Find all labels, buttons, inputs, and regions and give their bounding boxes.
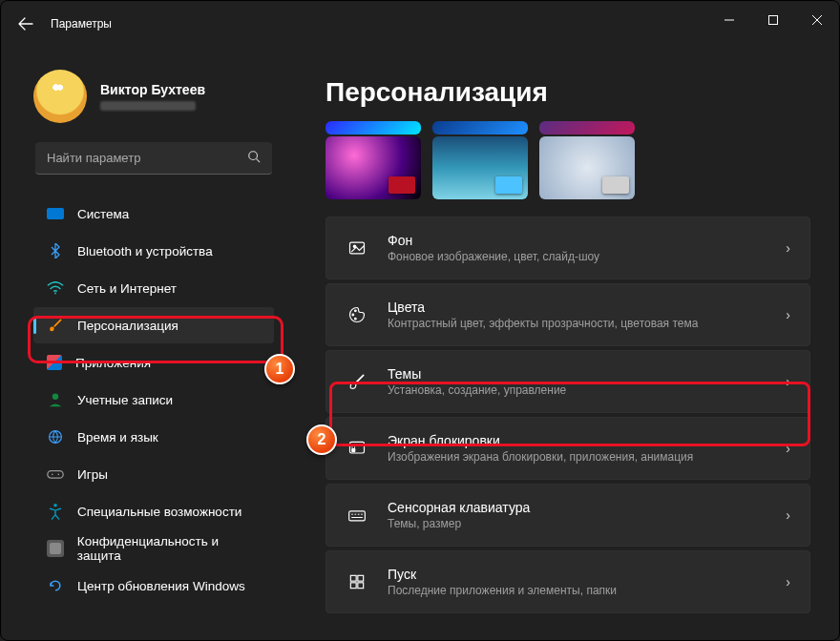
sidebar-item-label: Учетные записи [77, 393, 173, 407]
svg-point-7 [57, 474, 59, 476]
svg-rect-0 [769, 16, 778, 25]
card-sub: Фоновое изображение, цвет, слайд-шоу [388, 250, 599, 263]
sidebar-item-personalization[interactable]: Персонализация [33, 307, 274, 343]
card-sub: Изображения экрана блокировки, приложени… [388, 450, 693, 464]
search-input[interactable] [47, 151, 247, 165]
theme-thumb[interactable] [539, 121, 635, 134]
image-icon [346, 237, 368, 259]
sidebar-item-label: Bluetooth и устройства [77, 244, 213, 258]
gamepad-icon [47, 465, 64, 483]
minimize-button[interactable] [707, 1, 751, 39]
theme-thumb[interactable] [326, 121, 421, 134]
svg-rect-17 [350, 575, 356, 581]
sidebar-item-label: Время и язык [77, 430, 158, 445]
sidebar-item-label: Центр обновления Windows [77, 579, 245, 593]
card-start[interactable]: Пуск Последние приложения и элементы, па… [326, 550, 810, 613]
sidebar-item-accessibility[interactable]: Специальные возможности [33, 493, 274, 529]
sidebar-item-label: Специальные возможности [77, 505, 242, 519]
svg-point-8 [53, 504, 57, 507]
sidebar: Виктор Бухтеев Система Bluetooth и устро… [1, 47, 297, 640]
annotation-badge-2: 2 [306, 424, 337, 455]
start-icon [346, 570, 368, 593]
user-name: Виктор Бухтеев [100, 82, 205, 97]
card-title: Фон [388, 233, 599, 248]
card-colors[interactable]: Цвета Контрастный цвет, эффекты прозрачн… [326, 283, 810, 346]
card-sub: Установка, создание, управление [388, 383, 566, 397]
card-background[interactable]: Фон Фоновое изображение, цвет, слайд-шоу… [326, 217, 810, 279]
svg-rect-16 [349, 511, 366, 521]
svg-point-12 [355, 310, 357, 312]
sidebar-item-label: Сеть и Интернет [77, 281, 177, 296]
globe-icon [47, 428, 64, 445]
sidebar-item-label: Игры [77, 467, 108, 482]
card-title: Сенсорная клавиатура [388, 500, 530, 515]
theme-thumb[interactable] [432, 121, 528, 134]
chevron-right-icon: › [786, 240, 790, 256]
theme-thumb[interactable] [432, 136, 528, 199]
sidebar-item-label: Персонализация [77, 319, 178, 333]
svg-point-13 [355, 318, 357, 320]
card-sub: Контрастный цвет, эффекты прозрачности, … [388, 317, 698, 330]
svg-point-11 [352, 314, 354, 316]
bluetooth-icon [47, 242, 64, 259]
accessibility-icon [47, 503, 64, 520]
svg-rect-20 [358, 583, 364, 589]
card-title: Цвета [388, 300, 698, 315]
theme-gallery [326, 121, 810, 199]
svg-point-3 [52, 394, 58, 400]
sidebar-item-gaming[interactable]: Игры [33, 456, 274, 492]
svg-rect-5 [48, 471, 63, 478]
card-sub: Последние приложения и элементы, папки [388, 584, 617, 597]
wifi-icon [47, 279, 64, 297]
sidebar-item-label: Конфиденциальность и защита [77, 534, 264, 563]
back-button[interactable] [9, 7, 43, 41]
window-title: Параметры [51, 17, 112, 31]
settings-cards: Фон Фоновое изображение, цвет, слайд-шоу… [326, 217, 810, 613]
sidebar-item-privacy[interactable]: Конфиденциальность и защита [33, 530, 274, 567]
titlebar: Параметры [1, 1, 839, 47]
card-sub: Темы, размер [388, 517, 530, 530]
sidebar-item-windows-update[interactable]: Центр обновления Windows [33, 568, 274, 604]
card-touch-keyboard[interactable]: Сенсорная клавиатура Темы, размер › [326, 484, 810, 547]
chevron-right-icon: › [786, 507, 790, 523]
brush-icon [47, 317, 64, 334]
sidebar-item-time-language[interactable]: Время и язык [33, 419, 274, 455]
theme-thumb[interactable] [326, 136, 421, 199]
shield-icon [47, 540, 64, 557]
sidebar-item-network[interactable]: Сеть и Интернет [33, 270, 274, 306]
close-button[interactable] [795, 1, 839, 39]
avatar [33, 70, 87, 123]
maximize-button[interactable] [751, 1, 795, 39]
svg-point-6 [52, 474, 53, 476]
nav: Система Bluetooth и устройства Сеть и Ин… [12, 196, 285, 605]
card-title: Темы [388, 366, 566, 382]
sidebar-item-apps[interactable]: Приложения [33, 344, 274, 381]
chevron-right-icon: › [786, 307, 790, 322]
lockscreen-icon [346, 437, 368, 460]
page-title: Персонализация [326, 77, 810, 108]
search-box[interactable] [35, 142, 272, 175]
sidebar-item-label: Система [77, 207, 129, 221]
card-title: Экран блокировки [388, 433, 693, 448]
apps-icon [47, 355, 62, 370]
user-card[interactable]: Виктор Бухтеев [12, 47, 285, 142]
chevron-right-icon: › [786, 441, 790, 456]
update-icon [47, 577, 64, 594]
annotation-badge-1: 1 [264, 354, 295, 384]
sidebar-item-label: Приложения [75, 356, 151, 370]
card-themes[interactable]: Темы Установка, создание, управление › [326, 350, 810, 413]
palette-icon [346, 303, 368, 326]
sidebar-item-bluetooth[interactable]: Bluetooth и устройства [33, 233, 274, 269]
user-icon [47, 391, 64, 408]
sidebar-item-system[interactable]: Система [33, 196, 274, 232]
display-icon [47, 208, 64, 219]
svg-rect-19 [350, 583, 356, 589]
theme-thumb[interactable] [539, 136, 635, 199]
main-content: Персонализация Фон Фон [297, 47, 839, 640]
svg-rect-15 [351, 448, 355, 452]
card-title: Пуск [388, 567, 617, 582]
sidebar-item-accounts[interactable]: Учетные записи [33, 382, 274, 418]
card-lockscreen[interactable]: Экран блокировки Изображения экрана блок… [326, 417, 810, 480]
chevron-right-icon: › [786, 574, 790, 589]
svg-rect-18 [358, 575, 364, 581]
